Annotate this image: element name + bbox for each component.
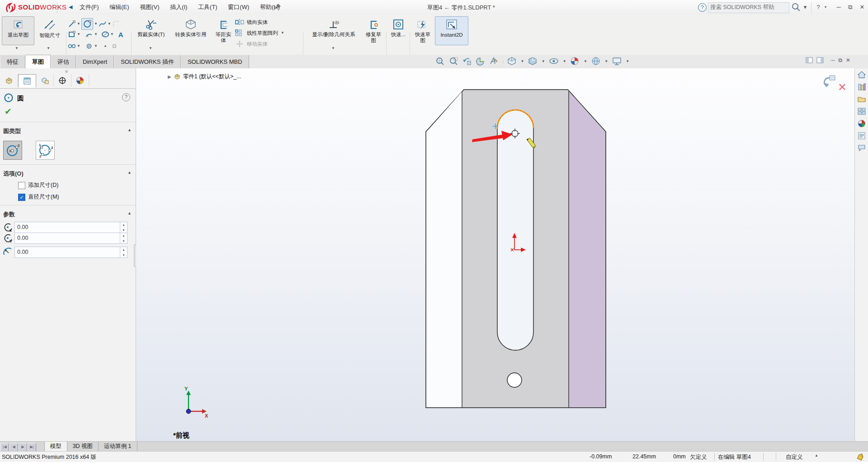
display-style-dropdown-icon[interactable]: ▼ xyxy=(542,60,545,63)
view-orientation-dropdown-icon[interactable]: ▼ xyxy=(520,60,524,63)
arc-tool-icon[interactable] xyxy=(85,30,93,39)
status-units-selector[interactable]: 自定义 xyxy=(786,453,803,461)
hole-circle[interactable] xyxy=(507,373,522,387)
help-dropdown-icon[interactable]: ▾ xyxy=(823,2,828,13)
point-tool-icon[interactable] xyxy=(101,42,109,51)
menu-tools[interactable]: 工具(T) xyxy=(193,0,222,15)
part-face-lavender[interactable] xyxy=(569,91,605,407)
center-x-spinner[interactable]: ▲▼ xyxy=(120,222,127,233)
menu-insert[interactable]: 插入(I) xyxy=(165,0,192,15)
featuremanager-tab[interactable] xyxy=(0,74,18,87)
ellipse-dropdown-icon[interactable]: ▼ xyxy=(110,33,114,36)
minimize-button[interactable]: ─ xyxy=(833,2,844,13)
slot-cut[interactable] xyxy=(497,110,533,350)
restore-button[interactable]: ⧉ xyxy=(844,2,856,13)
confirmation-corner-sketch-icon[interactable] xyxy=(819,75,837,90)
section-circle-type[interactable]: 圆类型 xyxy=(3,127,21,135)
rectangle-tool-icon[interactable] xyxy=(68,30,76,39)
exit-sketch-dropdown-icon[interactable]: ▼ xyxy=(15,47,19,50)
menu-edit[interactable]: 编辑(E) xyxy=(105,0,133,15)
view-settings-dropdown-icon[interactable]: ▼ xyxy=(626,60,629,63)
circle-tool-icon[interactable] xyxy=(81,18,93,30)
annotation-view-icon[interactable] xyxy=(489,57,499,66)
center-circle-type-button[interactable]: 1 2 xyxy=(3,141,22,160)
propertymanager-tab[interactable] xyxy=(18,74,36,87)
status-units-dropdown-icon[interactable]: ▲ xyxy=(815,453,818,457)
relations-dropdown-icon[interactable]: ▼ xyxy=(331,47,335,50)
edit-appearance-icon[interactable] xyxy=(570,57,580,66)
exit-sketch-button[interactable]: 退出草图 xyxy=(2,16,34,45)
pane-left-icon[interactable] xyxy=(806,57,813,63)
doc-restore-icon[interactable]: ⧉ xyxy=(839,57,843,63)
nav-first-button[interactable]: |◀ xyxy=(0,443,9,452)
view-settings-icon[interactable] xyxy=(612,57,622,66)
search-dropdown-icon[interactable]: ▾ xyxy=(802,2,808,13)
model-tab[interactable]: 模型 xyxy=(44,442,67,451)
search-input[interactable] xyxy=(708,3,789,12)
radius-spinner[interactable]: ▲▼ xyxy=(120,247,127,257)
circle-dropdown-icon[interactable]: ▼ xyxy=(94,22,98,26)
section-circle-type-collapse-icon[interactable]: ▲ xyxy=(127,128,132,132)
pm-help-icon[interactable]: ? xyxy=(122,93,130,101)
add-dimension-checkbox[interactable] xyxy=(18,182,25,189)
tab-dimxpert[interactable]: DimXpert xyxy=(76,55,114,68)
motion-study-tab[interactable]: 运动算例 1 xyxy=(99,442,137,451)
perimeter-circle-type-button[interactable]: 1 2 3 × xyxy=(36,141,55,160)
view-orientation-icon[interactable] xyxy=(507,57,517,66)
slot-dropdown-icon[interactable]: ▼ xyxy=(94,44,98,48)
confirmation-corner-cancel-icon[interactable]: ✕ xyxy=(838,81,847,94)
hide-show-items-icon[interactable] xyxy=(549,57,559,66)
sw-resources-tab[interactable] xyxy=(855,68,868,81)
construction-tool-icon[interactable] xyxy=(110,42,118,51)
spline-dropdown-icon[interactable]: ▼ xyxy=(108,22,111,26)
dimxpertmanager-tab[interactable] xyxy=(54,74,71,87)
trim-dropdown-icon[interactable]: ▼ xyxy=(149,47,152,50)
menu-collapse-icon[interactable]: ◀ xyxy=(69,4,72,10)
tab-sw-addins[interactable]: SOLIDWORKS 插件 xyxy=(114,55,181,68)
pin-menu-icon[interactable] xyxy=(273,4,281,11)
configurationmanager-tab[interactable] xyxy=(36,74,54,87)
previous-view-icon[interactable] xyxy=(462,57,472,66)
tab-sw-mbd[interactable]: SOLIDWORKS MBD xyxy=(181,55,249,68)
nav-last-button[interactable]: ▶| xyxy=(28,443,36,452)
trim-entities-button[interactable]: 剪裁实体(T) xyxy=(133,17,169,45)
section-options-collapse-icon[interactable]: ▲ xyxy=(127,170,132,175)
section-options[interactable]: 选项(O) xyxy=(3,170,24,178)
zoom-area-icon[interactable] xyxy=(449,57,458,66)
ellipse-tool-icon[interactable] xyxy=(101,30,109,39)
diameter-dimension-checkbox[interactable]: ✓ xyxy=(18,194,25,201)
apply-scene-icon[interactable] xyxy=(591,57,601,66)
add-dimension-option[interactable]: 添加尺寸(D) xyxy=(18,181,58,189)
text-tool-icon[interactable]: A xyxy=(118,31,123,38)
smart-dimension-dropdown-icon[interactable]: ▼ xyxy=(47,47,50,50)
close-button[interactable]: ✕ xyxy=(856,2,868,13)
view-palette-tab[interactable] xyxy=(855,105,868,117)
hide-show-dropdown-icon[interactable]: ▼ xyxy=(563,60,566,63)
section-parameters-collapse-icon[interactable]: ▲ xyxy=(127,211,132,215)
nav-prev-button[interactable]: ◀ xyxy=(9,443,18,452)
apply-scene-dropdown-icon[interactable]: ▼ xyxy=(604,60,608,63)
panel-resize-dot[interactable] xyxy=(65,70,68,73)
display-delete-relations-button[interactable]: 显示/删除几何关系 xyxy=(305,17,363,45)
rapid-sketch-button[interactable]: 快速草图 xyxy=(411,17,434,52)
arc-dropdown-icon[interactable]: ▼ xyxy=(94,33,98,36)
help-menu-button[interactable]: ? xyxy=(815,2,822,13)
section-parameters[interactable]: 参数 xyxy=(3,210,15,219)
edit-appearance-dropdown-icon[interactable]: ▼ xyxy=(584,60,587,63)
tab-features[interactable]: 特征 xyxy=(0,55,25,68)
part-face-white[interactable] xyxy=(426,91,462,407)
center-x-input[interactable] xyxy=(15,222,118,232)
spline-tool-icon[interactable] xyxy=(99,19,107,29)
help-circle-icon[interactable]: ? xyxy=(698,3,707,12)
radius-input[interactable] xyxy=(15,247,118,257)
display-style-icon[interactable] xyxy=(528,57,538,66)
menu-file[interactable]: 文件(F) xyxy=(75,0,104,15)
nav-next-button[interactable]: ▶ xyxy=(19,443,27,452)
menu-window[interactable]: 窗口(W) xyxy=(223,0,254,15)
mirror-entities-button[interactable]: 镜向实体 xyxy=(235,19,268,26)
menu-view[interactable]: 视图(V) xyxy=(135,0,164,15)
convert-entities-button[interactable]: 转换实体引用 xyxy=(169,17,212,45)
displaymanager-tab[interactable] xyxy=(71,74,89,87)
appearances-tab[interactable] xyxy=(855,117,868,129)
tab-evaluate[interactable]: 评估 xyxy=(51,55,76,68)
